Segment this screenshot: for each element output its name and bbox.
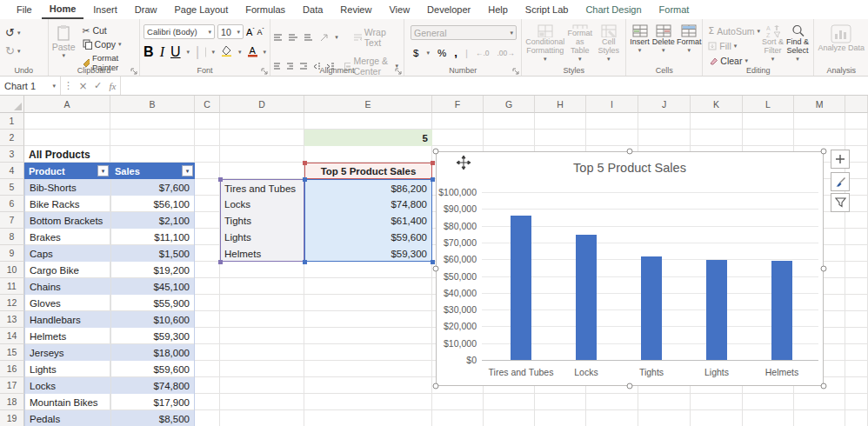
top5-value-cell[interactable]: $61,400 bbox=[305, 212, 431, 229]
range-handle[interactable] bbox=[431, 161, 435, 165]
product-cell[interactable]: Bike Racks bbox=[24, 196, 110, 212]
range-handle[interactable] bbox=[431, 177, 435, 182]
range-handle[interactable] bbox=[218, 260, 223, 264]
cut-button[interactable]: ✂Cut bbox=[81, 24, 137, 37]
top5-category-range[interactable]: Tires and TubesLocksTightsLightsHelmets bbox=[220, 179, 304, 262]
formula-input[interactable] bbox=[120, 77, 868, 95]
top5-value-cell[interactable]: $74,800 bbox=[305, 196, 431, 212]
conditional-formatting-button[interactable]: Conditional Formatting▾ bbox=[525, 23, 564, 63]
sales-cell[interactable]: $7,600 bbox=[110, 179, 195, 196]
sales-cell[interactable]: $19,200 bbox=[110, 262, 195, 278]
chart-resize-handle[interactable] bbox=[821, 149, 827, 155]
sales-cell[interactable]: $56,100 bbox=[110, 196, 195, 212]
row-header-3[interactable]: 3 bbox=[0, 146, 24, 163]
row-header-5[interactable]: 5 bbox=[0, 179, 24, 196]
chart-bar-helmets[interactable] bbox=[771, 261, 792, 360]
product-cell[interactable]: Bottom Brackets bbox=[24, 212, 110, 229]
top5-category-cell[interactable]: Tires and Tubes bbox=[221, 180, 304, 196]
chart-resize-handle[interactable] bbox=[433, 266, 439, 272]
sales-cell[interactable]: $10,600 bbox=[110, 311, 195, 328]
name-box-chevron-icon[interactable]: ▾ bbox=[52, 83, 56, 90]
tab-chart-design[interactable]: Chart Design bbox=[578, 2, 649, 18]
delete-cells-button[interactable]: Delete▾ bbox=[652, 23, 675, 63]
insert-function-icon[interactable]: fx bbox=[105, 81, 120, 91]
column-header-A[interactable]: A bbox=[24, 96, 110, 113]
column-header-G[interactable]: G bbox=[484, 96, 535, 113]
product-cell[interactable]: Mountain Bikes bbox=[24, 394, 110, 410]
chart-bar-tires-and-tubes[interactable] bbox=[511, 216, 531, 360]
top5-value-cell[interactable]: $86,200 bbox=[305, 180, 431, 196]
chart-styles-button[interactable] bbox=[831, 172, 850, 191]
chart[interactable]: Top 5 Product Sales $0$10,000$20,000$30,… bbox=[436, 151, 824, 386]
grow-font-button[interactable]: Aˆ bbox=[246, 27, 254, 37]
range-handle[interactable] bbox=[218, 177, 223, 182]
product-cell[interactable]: Pedals bbox=[24, 410, 110, 426]
table-header-sales[interactable]: Sales▾ bbox=[110, 163, 195, 179]
cell-styles-button[interactable]: Cell Styles▾ bbox=[595, 23, 622, 63]
chart-title[interactable]: Top 5 Product Sales bbox=[437, 161, 823, 175]
sales-cell[interactable]: $11,100 bbox=[110, 229, 195, 245]
column-header-F[interactable]: F bbox=[432, 96, 484, 113]
product-cell[interactable]: Cargo Bike bbox=[24, 262, 110, 278]
tab-formulas[interactable]: Formulas bbox=[237, 2, 293, 18]
sales-cell[interactable]: $74,800 bbox=[110, 377, 195, 394]
sales-cell[interactable]: $17,900 bbox=[110, 394, 195, 410]
section-title-cell[interactable]: All Products bbox=[29, 146, 90, 163]
top5-category-cell[interactable]: Lights bbox=[221, 229, 304, 245]
top5-value-range[interactable]: $86,200$74,800$61,400$59,600$59,300 bbox=[304, 179, 432, 262]
row-header-18[interactable]: 18 bbox=[0, 394, 24, 410]
row-header-14[interactable]: 14 bbox=[0, 328, 24, 344]
italic-button[interactable]: I bbox=[160, 44, 164, 60]
align-bottom-icon[interactable] bbox=[304, 34, 312, 42]
sales-cell[interactable]: $1,500 bbox=[110, 245, 195, 262]
tab-script-lab[interactable]: Script Lab bbox=[517, 2, 577, 18]
tab-data[interactable]: Data bbox=[295, 2, 331, 18]
number-format-select[interactable]: General▾ bbox=[411, 25, 517, 40]
copy-button[interactable]: Copy▾ bbox=[81, 38, 137, 50]
product-cell[interactable]: Gloves bbox=[24, 295, 110, 311]
decrease-decimal-button[interactable]: .00→ bbox=[497, 49, 514, 57]
top5-value-cell[interactable]: $59,300 bbox=[305, 245, 431, 262]
row-header-2[interactable]: 2 bbox=[0, 130, 24, 146]
format-as-table-button[interactable]: Format as Table▾ bbox=[566, 23, 593, 63]
row-header-17[interactable]: 17 bbox=[0, 377, 24, 394]
chart-resize-handle[interactable] bbox=[821, 383, 827, 389]
sales-cell[interactable]: $59,600 bbox=[110, 361, 195, 377]
top5-category-cell[interactable]: Helmets bbox=[221, 245, 304, 262]
column-header-partial[interactable] bbox=[845, 96, 868, 113]
name-box[interactable]: Chart 1 ▾ bbox=[0, 77, 61, 95]
column-header-D[interactable]: D bbox=[220, 96, 304, 113]
chart-filters-button[interactable] bbox=[831, 193, 850, 212]
tab-page-layout[interactable]: Page Layout bbox=[166, 2, 236, 18]
currency-button[interactable]: $ bbox=[413, 48, 418, 58]
product-cell[interactable]: Chains bbox=[24, 278, 110, 295]
alignment-dialog-launcher[interactable] bbox=[395, 68, 402, 75]
column-header-J[interactable]: J bbox=[638, 96, 691, 113]
product-cell[interactable]: Locks bbox=[24, 377, 110, 394]
column-header-C[interactable]: C bbox=[195, 96, 220, 113]
increase-decimal-button[interactable]: ←.0 bbox=[476, 49, 490, 57]
chart-resize-handle[interactable] bbox=[627, 149, 633, 155]
row-header-9[interactable]: 9 bbox=[0, 245, 24, 262]
column-header-E[interactable]: E bbox=[304, 96, 432, 113]
underline-button[interactable]: U bbox=[170, 44, 181, 60]
row-header-19[interactable]: 19 bbox=[0, 410, 24, 426]
product-cell[interactable]: Caps bbox=[24, 245, 110, 262]
tab-help[interactable]: Help bbox=[480, 2, 516, 18]
row-header-1[interactable]: 1 bbox=[0, 113, 24, 130]
comma-button[interactable]: , bbox=[454, 46, 457, 59]
sales-cell[interactable]: $8,500 bbox=[110, 410, 195, 426]
tab-draw[interactable]: Draw bbox=[127, 2, 165, 18]
range-handle[interactable] bbox=[303, 177, 307, 182]
column-header-I[interactable]: I bbox=[586, 96, 638, 113]
analyze-data-button[interactable]: Analyze Data bbox=[818, 23, 865, 52]
table-header-product[interactable]: Product▾ bbox=[24, 163, 110, 179]
sales-cell[interactable]: $55,900 bbox=[110, 295, 195, 311]
chart-bar-locks[interactable] bbox=[576, 235, 597, 360]
find-select-button[interactable]: Find & Select▾ bbox=[785, 23, 811, 67]
tab-view[interactable]: View bbox=[381, 2, 417, 18]
chart-bar-lights[interactable] bbox=[706, 260, 727, 360]
clear-button[interactable]: Clear▾ bbox=[706, 55, 760, 67]
top5-category-cell[interactable]: Tights bbox=[221, 212, 304, 229]
tab-file[interactable]: File bbox=[9, 2, 40, 18]
